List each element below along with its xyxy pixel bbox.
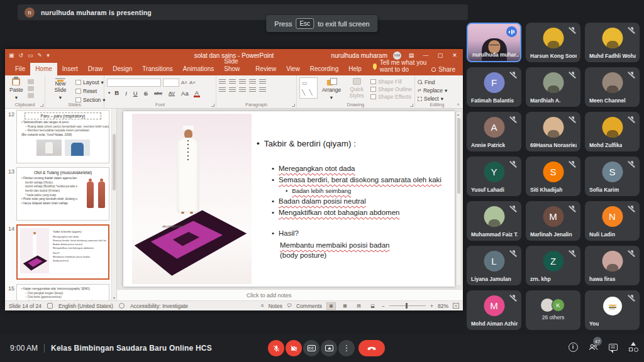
- shape-effects-button[interactable]: Shape Effects: [370, 94, 412, 100]
- slide-thumbnail-13[interactable]: Otot & Tulang (musculoskeletal) • Fikirk…: [16, 167, 109, 221]
- editor-scrollbar[interactable]: [456, 111, 462, 286]
- restore-button[interactable]: ▢: [436, 52, 445, 58]
- customize-qat-icon[interactable]: ▾: [47, 52, 50, 58]
- select-button[interactable]: Select▾: [418, 96, 447, 102]
- numbering-icon[interactable]: [229, 79, 236, 85]
- font-size-box[interactable]: [163, 79, 179, 87]
- italic-button[interactable]: I: [124, 90, 128, 97]
- tab-transitions[interactable]: Transitions: [137, 63, 178, 75]
- present-button[interactable]: [321, 340, 337, 356]
- tab-home[interactable]: Home: [30, 63, 57, 75]
- participant-tile[interactable]: S Sofia Karim: [585, 156, 640, 196]
- notes-pane[interactable]: Click to add notes: [117, 289, 463, 300]
- meeting-details-button[interactable]: i: [567, 341, 579, 353]
- thumbnail-scrollbar[interactable]: ▾: [111, 109, 116, 300]
- zoom-level[interactable]: 82%: [438, 303, 448, 309]
- grow-font-icon[interactable]: A˄: [181, 80, 187, 85]
- slide-thumbnail-12[interactable]: Paru – paru (respiratory) • Takbiratulih…: [16, 110, 109, 163]
- shape-outline-button[interactable]: Shape Outline: [370, 86, 412, 92]
- show-participants-button[interactable]: 47: [587, 341, 599, 353]
- zoom-slider[interactable]: [389, 305, 426, 306]
- underline-button[interactable]: U: [132, 90, 139, 97]
- slide-canvas[interactable]: akuislam.com •Takbir & berdiri (qiyam) :…: [123, 111, 455, 287]
- bullets-icon[interactable]: [219, 79, 226, 85]
- participant-tile[interactable]: A Annie Patrick: [467, 112, 521, 151]
- slideshow-view-button[interactable]: ⬓: [368, 302, 377, 310]
- reset-button[interactable]: Reset: [75, 88, 106, 94]
- font-dialog-launcher-icon[interactable]: [211, 104, 214, 107]
- slide-thumbnail-15[interactable]: • Kajian menggunakan alat 'electromyogra…: [16, 284, 109, 300]
- align-center-icon[interactable]: [229, 87, 236, 93]
- format-painter-icon[interactable]: [28, 93, 34, 98]
- font-color-button[interactable]: A: [194, 90, 200, 97]
- activities-button[interactable]: [628, 341, 639, 353]
- account-avatar[interactable]: NM: [393, 52, 401, 60]
- comments-toggle[interactable]: Comments: [296, 303, 322, 309]
- participant-tile-you[interactable]: You: [585, 290, 640, 330]
- participant-tile[interactable]: hawa firas: [585, 246, 640, 285]
- quick-styles-button[interactable]: Quick Styles: [345, 77, 368, 101]
- minimize-button[interactable]: —: [421, 52, 430, 58]
- participant-tile-presenter[interactable]: nurulhuda muhar...: [467, 23, 521, 62]
- tab-view[interactable]: View: [281, 63, 305, 75]
- participant-tile[interactable]: Mohd Zulfika: [585, 112, 640, 151]
- character-spacing-button[interactable]: AV: [167, 90, 176, 96]
- pen-icon[interactable]: ✎: [38, 52, 43, 58]
- slide-thumbnail-14-selected[interactable]: Takbir & berdiri (qiyam) : Meregangkan o…: [16, 224, 109, 280]
- participant-tile[interactable]: F Fatimah Balantis: [467, 67, 521, 107]
- find-button[interactable]: Find: [418, 79, 447, 85]
- paste-button[interactable]: Paste▾: [8, 77, 25, 101]
- shapes-gallery[interactable]: ▭ ╲ ╲ □ ○ ▭△ ∿ ⌣ ⇨ ⇩ ☆: [299, 77, 318, 99]
- participant-tile[interactable]: Muhammad Faiz T...: [467, 201, 521, 241]
- increase-indent-icon[interactable]: [249, 79, 256, 85]
- notes-toggle[interactable]: Notes: [269, 303, 282, 309]
- participant-tile[interactable]: Muhd Fadhli Woha...: [585, 23, 640, 62]
- language-indicator[interactable]: English (United States): [58, 303, 113, 309]
- tab-design[interactable]: Design: [108, 63, 137, 75]
- participant-tile-others[interactable]: K 26 others: [526, 290, 580, 330]
- change-case-button[interactable]: Aa: [180, 90, 190, 97]
- collapse-ribbon-icon[interactable]: ˄: [457, 102, 460, 107]
- ribbon-display-options-icon[interactable]: ▤: [407, 52, 416, 58]
- start-slideshow-icon[interactable]: ▭: [28, 52, 33, 58]
- participant-tile[interactable]: Mardhiah A.: [526, 67, 580, 107]
- chat-button[interactable]: [608, 341, 619, 353]
- participant-tile[interactable]: S Siti Khadijah: [526, 156, 580, 196]
- fit-slide-to-window-icon[interactable]: [453, 303, 459, 309]
- tab-help[interactable]: Help: [343, 63, 367, 75]
- participant-tile[interactable]: M Mohd Aiman Azhim: [467, 290, 521, 330]
- camera-toggle-button[interactable]: [286, 340, 302, 356]
- columns-icon[interactable]: [259, 87, 266, 93]
- save-icon[interactable]: ▣: [9, 52, 14, 58]
- replace-button[interactable]: ⇄Replace▾: [418, 87, 447, 94]
- align-left-icon[interactable]: [219, 87, 226, 93]
- leave-call-button[interactable]: [358, 340, 385, 356]
- cut-icon[interactable]: [28, 79, 34, 84]
- justify-icon[interactable]: [249, 87, 256, 93]
- line-spacing-icon[interactable]: [259, 79, 266, 85]
- zoom-out-button[interactable]: −: [382, 303, 385, 309]
- reading-view-button[interactable]: ▤: [354, 302, 364, 310]
- align-right-icon[interactable]: [239, 87, 246, 93]
- font-name-box[interactable]: [107, 79, 161, 87]
- accessibility-status[interactable]: Accessibility: Investigate: [130, 303, 188, 309]
- participant-tile[interactable]: Z zrn. khp: [526, 246, 580, 285]
- bold-button[interactable]: B: [107, 89, 120, 97]
- scroll-down-icon[interactable]: ▾: [112, 295, 116, 300]
- text-shadow-button[interactable]: abc: [153, 90, 164, 96]
- close-button[interactable]: ✕: [450, 52, 459, 58]
- share-button[interactable]: Share: [431, 66, 455, 75]
- strikethrough-button[interactable]: S: [143, 90, 149, 97]
- more-options-button[interactable]: ⋮: [338, 340, 355, 356]
- account-name[interactable]: nurulhuda muharam: [331, 52, 388, 59]
- paragraph-dialog-launcher-icon[interactable]: [292, 104, 295, 107]
- slide-sorter-view-button[interactable]: ▦: [340, 302, 350, 310]
- shape-fill-button[interactable]: Shape Fill: [370, 79, 412, 85]
- copy-icon[interactable]: [28, 86, 34, 91]
- new-slide-button[interactable]: New Slide▾: [48, 77, 73, 101]
- participant-tile[interactable]: L Liyana Jamulan: [467, 246, 521, 285]
- participant-tile[interactable]: 69Hasna Norasriez...: [526, 112, 580, 151]
- zoom-in-button[interactable]: +: [430, 303, 433, 309]
- tab-insert[interactable]: Insert: [57, 63, 83, 75]
- undo-icon[interactable]: ↺: [19, 52, 24, 58]
